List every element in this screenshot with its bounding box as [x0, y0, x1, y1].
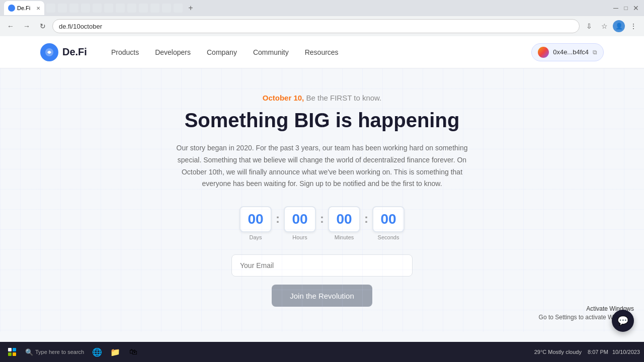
- countdown-timer: 00 Days : 00 Hours : 00 Minutes : 00 Sec…: [131, 206, 513, 240]
- countdown-minutes-label: Minutes: [335, 234, 354, 240]
- nav-item-developers[interactable]: Developers: [155, 48, 191, 56]
- active-tab[interactable]: De.Fi ✕: [4, 1, 44, 15]
- extra-tab[interactable]: [174, 4, 183, 13]
- taskbar: 🔍 Type here to search 🌐 📁 🛍 29°C Mostly …: [0, 342, 644, 362]
- hero-content: October 10, Be the FIRST to know. Someth…: [121, 68, 523, 332]
- search-icon: 🔍: [25, 348, 33, 356]
- bookmark-btn[interactable]: ☆: [598, 20, 611, 33]
- extra-tab[interactable]: [93, 4, 102, 13]
- countdown-seconds-value: 00: [372, 206, 405, 232]
- extra-tab[interactable]: [116, 4, 125, 13]
- tab-favicon: [8, 5, 15, 12]
- tab-label: De.Fi: [17, 5, 30, 11]
- countdown-seconds-label: Seconds: [378, 234, 399, 240]
- extra-tab[interactable]: [58, 4, 67, 13]
- svg-rect-4: [13, 352, 16, 356]
- extensions-btn[interactable]: ⇩: [583, 20, 596, 33]
- extra-tab[interactable]: [104, 4, 113, 13]
- extra-tab[interactable]: [139, 4, 148, 13]
- countdown-sep-1: :: [276, 212, 280, 226]
- browser-tabs: De.Fi ✕ + ─ □ ✕: [0, 0, 644, 16]
- hero-section: October 10, Be the FIRST to know. Someth…: [0, 68, 644, 332]
- nav-menu: Products Developers Company Community Re…: [111, 48, 531, 56]
- tray-date: 10/10/2023: [612, 349, 640, 355]
- hero-date: October 10,: [263, 94, 304, 102]
- extra-tab[interactable]: [150, 4, 159, 13]
- tray-time: 8:07 PM: [588, 349, 608, 355]
- svg-rect-1: [8, 348, 12, 351]
- browser-chrome: De.Fi ✕ + ─ □ ✕ ← → ↻: [0, 0, 644, 36]
- email-input[interactable]: [231, 254, 413, 277]
- countdown-hours-value: 00: [284, 206, 316, 232]
- hero-title: Something BIG is happening: [131, 108, 513, 132]
- hero-subtitle-rest: Be the FIRST to know.: [306, 94, 381, 102]
- taskbar-chrome[interactable]: 🌐: [89, 344, 105, 360]
- minimize-btn[interactable]: ─: [612, 4, 620, 12]
- close-btn[interactable]: ✕: [632, 4, 640, 12]
- countdown-hours: 00 Hours: [284, 206, 316, 240]
- countdown-days-value: 00: [239, 206, 272, 232]
- reload-btn[interactable]: ↻: [36, 20, 49, 33]
- logo: De.Fi: [40, 43, 87, 61]
- new-tab-btn[interactable]: +: [185, 2, 197, 14]
- countdown-days: 00 Days: [239, 206, 272, 240]
- email-section: Join the Revolution: [131, 254, 513, 307]
- menu-btn[interactable]: ⋮: [627, 20, 640, 33]
- address-bar[interactable]: [52, 19, 580, 33]
- nav-item-products[interactable]: Products: [111, 48, 139, 56]
- hero-description: Our story began in 2020. For the past 3 …: [171, 142, 473, 190]
- profile-btn[interactable]: 👤: [613, 20, 625, 32]
- wallet-avatar: [538, 47, 549, 58]
- back-btn[interactable]: ←: [4, 20, 17, 33]
- countdown-sep-3: :: [364, 212, 368, 226]
- maximize-btn[interactable]: □: [622, 4, 630, 12]
- copy-icon[interactable]: ⧉: [593, 49, 597, 56]
- svg-rect-2: [13, 348, 16, 351]
- join-revolution-button[interactable]: Join the Revolution: [272, 285, 372, 307]
- toolbar-icons: ⇩ ☆ 👤 ⋮: [583, 20, 640, 33]
- countdown-minutes-value: 00: [328, 206, 360, 232]
- hero-subtitle: October 10, Be the FIRST to know.: [131, 94, 513, 102]
- start-button[interactable]: [4, 344, 20, 360]
- tray-weather: 29°C Mostly cloudy: [534, 349, 582, 355]
- browser-toolbar: ← → ↻ ⇩ ☆ 👤 ⋮: [0, 16, 644, 36]
- taskbar-search-label: Type here to search: [35, 349, 84, 355]
- wallet-address: 0x4e...b4fc4: [553, 48, 589, 56]
- taskbar-file[interactable]: 📁: [107, 344, 123, 360]
- countdown-seconds: 00 Seconds: [372, 206, 405, 240]
- extra-tab[interactable]: [69, 4, 78, 13]
- wallet-button[interactable]: 0x4e...b4fc4 ⧉: [531, 43, 604, 61]
- tab-close-btn[interactable]: ✕: [36, 6, 40, 11]
- extra-tab[interactable]: [81, 4, 90, 13]
- nav-item-company[interactable]: Company: [207, 48, 237, 56]
- nav-item-resources[interactable]: Resources: [305, 48, 339, 56]
- countdown-days-label: Days: [249, 234, 262, 240]
- svg-rect-3: [8, 352, 12, 356]
- logo-text: De.Fi: [62, 46, 87, 58]
- chat-button[interactable]: 💬: [612, 310, 634, 332]
- forward-btn[interactable]: →: [20, 20, 33, 33]
- navbar: De.Fi Products Developers Company Commun…: [0, 36, 644, 68]
- extra-tab[interactable]: [162, 4, 171, 13]
- countdown-minutes: 00 Minutes: [328, 206, 360, 240]
- extra-tab[interactable]: [127, 4, 136, 13]
- taskbar-tray: 29°C Mostly cloudy 8:07 PM 10/10/2023: [534, 349, 640, 355]
- logo-icon: [40, 43, 58, 61]
- extra-tab[interactable]: [46, 4, 55, 13]
- chat-icon: 💬: [617, 315, 628, 326]
- countdown-hours-label: Hours: [292, 234, 307, 240]
- countdown-sep-2: :: [320, 212, 324, 226]
- nav-item-community[interactable]: Community: [253, 48, 289, 56]
- taskbar-store[interactable]: 🛍: [125, 344, 141, 360]
- taskbar-search[interactable]: 🔍 Type here to search: [22, 344, 87, 360]
